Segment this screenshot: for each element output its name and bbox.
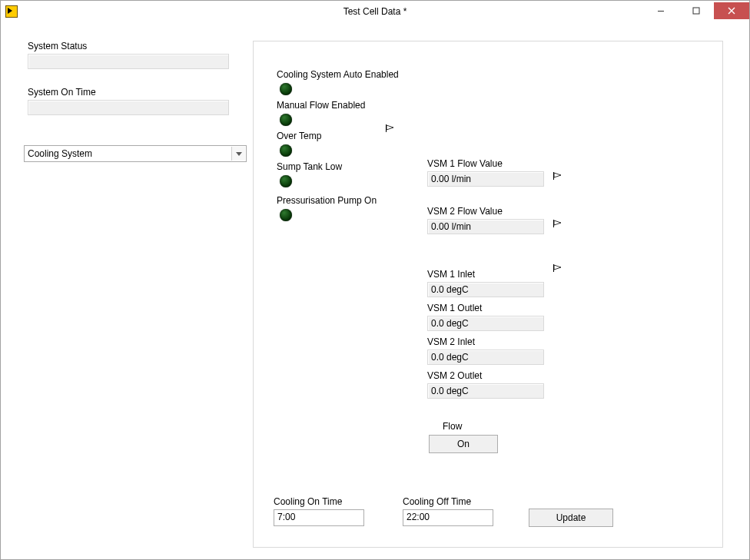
minimize-button[interactable]: [643, 2, 679, 19]
flow-section-label: Flow: [443, 421, 462, 432]
app-window: Test Cell Data * System Status System On…: [0, 0, 750, 560]
led-over-temp: [280, 144, 292, 157]
window-title: Test Cell Data *: [343, 1, 407, 22]
update-button[interactable]: Update: [529, 509, 613, 527]
vsm2-flow-value: 0.00 l/min: [427, 219, 544, 234]
vsm2-inlet-value: 0.0 degC: [427, 350, 544, 365]
cooling-on-time-label: Cooling On Time: [274, 496, 342, 507]
flag-icon: [553, 172, 562, 180]
svg-rect-5: [553, 264, 554, 272]
page-selector-value: Cooling System: [28, 148, 92, 159]
led-label-press-pump: Pressurisation Pump On: [277, 195, 377, 206]
vsm1-flow-value: 0.00 l/min: [427, 171, 544, 187]
maximize-button[interactable]: [679, 2, 714, 19]
app-icon: [5, 5, 18, 18]
svg-rect-3: [553, 172, 554, 180]
page-selector[interactable]: Cooling System: [24, 145, 247, 162]
vsm1-flow-label: VSM 1 Flow Value: [427, 158, 503, 169]
system-status-value: [28, 54, 229, 69]
vsm1-outlet-label: VSM 1 Outlet: [427, 303, 482, 313]
led-cooling-auto: [280, 83, 292, 95]
cooling-on-time-input[interactable]: 7:00: [274, 509, 364, 526]
led-label-over-temp: Over Temp: [277, 131, 321, 141]
vsm2-flow-label: VSM 2 Flow Value: [427, 206, 503, 217]
vsm2-inlet-label: VSM 2 Inlet: [427, 336, 475, 347]
led-label-sump-low: Sump Tank Low: [277, 161, 342, 172]
chevron-down-icon: [231, 147, 245, 161]
vsm1-inlet-value: 0.0 degC: [427, 282, 544, 297]
flag-icon: [386, 124, 395, 132]
led-label-cooling-auto: Cooling System Auto Enabled: [277, 69, 399, 80]
close-button[interactable]: [714, 2, 749, 19]
window-controls: [643, 2, 749, 19]
vsm1-inlet-label: VSM 1 Inlet: [427, 269, 475, 280]
svg-rect-0: [658, 11, 664, 12]
system-on-time-label: System On Time: [28, 87, 96, 98]
led-sump-low: [280, 175, 292, 187]
svg-rect-2: [386, 124, 387, 132]
flag-icon: [553, 220, 562, 227]
vsm2-outlet-label: VSM 2 Outlet: [427, 370, 482, 381]
led-manual-flow: [280, 114, 292, 126]
cooling-off-time-input[interactable]: 22:00: [403, 509, 493, 526]
system-on-time-value: [28, 100, 229, 115]
system-status-label: System Status: [28, 41, 87, 51]
titlebar: Test Cell Data *: [1, 1, 749, 22]
cooling-off-time-label: Cooling Off Time: [403, 496, 471, 507]
flag-icon: [553, 264, 562, 272]
svg-rect-4: [553, 220, 554, 227]
vsm2-outlet-value: 0.0 degC: [427, 383, 544, 399]
main-panel: Cooling System Auto Enabled Manual Flow …: [253, 41, 723, 548]
vsm1-outlet-value: 0.0 degC: [427, 316, 544, 331]
led-press-pump: [280, 209, 292, 221]
led-label-manual-flow: Manual Flow Enabled: [277, 100, 365, 111]
client-area: System Status System On Time Cooling Sys…: [1, 22, 749, 559]
svg-rect-1: [693, 8, 699, 14]
flow-on-button[interactable]: On: [429, 435, 498, 453]
